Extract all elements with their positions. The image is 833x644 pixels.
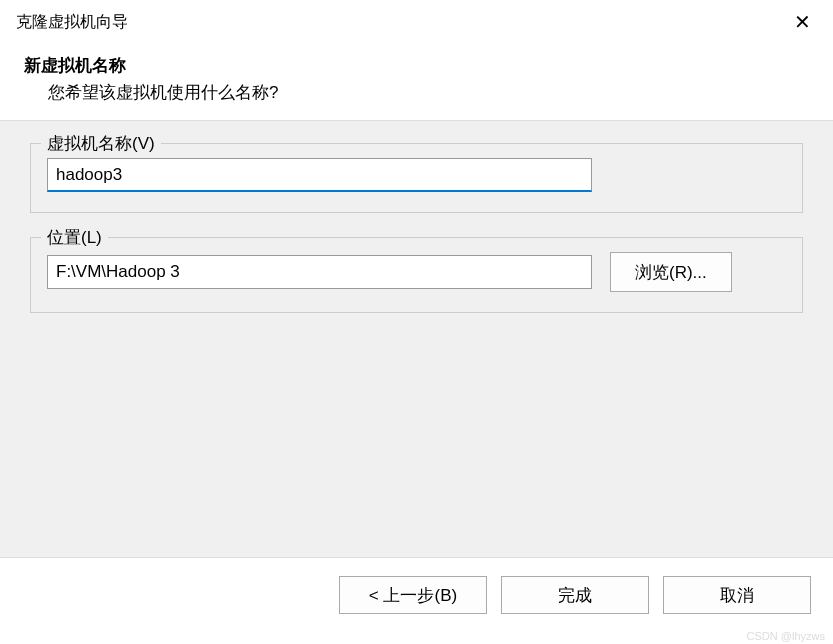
wizard-footer: < 上一步(B) 完成 取消 — [0, 558, 833, 632]
browse-button[interactable]: 浏览(R)... — [610, 252, 732, 292]
cancel-button[interactable]: 取消 — [663, 576, 811, 614]
page-title: 新虚拟机名称 — [24, 54, 817, 77]
location-input[interactable] — [47, 255, 592, 289]
vm-name-input[interactable] — [47, 158, 592, 192]
vm-name-group: 虚拟机名称(V) — [30, 143, 803, 213]
close-icon[interactable]: ✕ — [784, 8, 821, 36]
watermark: CSDN @lhyzws — [747, 630, 825, 642]
back-button[interactable]: < 上一步(B) — [339, 576, 487, 614]
wizard-header: 新虚拟机名称 您希望该虚拟机使用什么名称? — [0, 44, 833, 120]
location-group: 位置(L) 浏览(R)... — [30, 237, 803, 313]
vm-name-label: 虚拟机名称(V) — [41, 132, 161, 155]
page-subtitle: 您希望该虚拟机使用什么名称? — [48, 81, 817, 104]
wizard-content: 虚拟机名称(V) 位置(L) 浏览(R)... — [0, 120, 833, 558]
finish-button[interactable]: 完成 — [501, 576, 649, 614]
location-label: 位置(L) — [41, 226, 108, 249]
titlebar: 克隆虚拟机向导 ✕ — [0, 0, 833, 44]
window-title: 克隆虚拟机向导 — [16, 12, 128, 33]
